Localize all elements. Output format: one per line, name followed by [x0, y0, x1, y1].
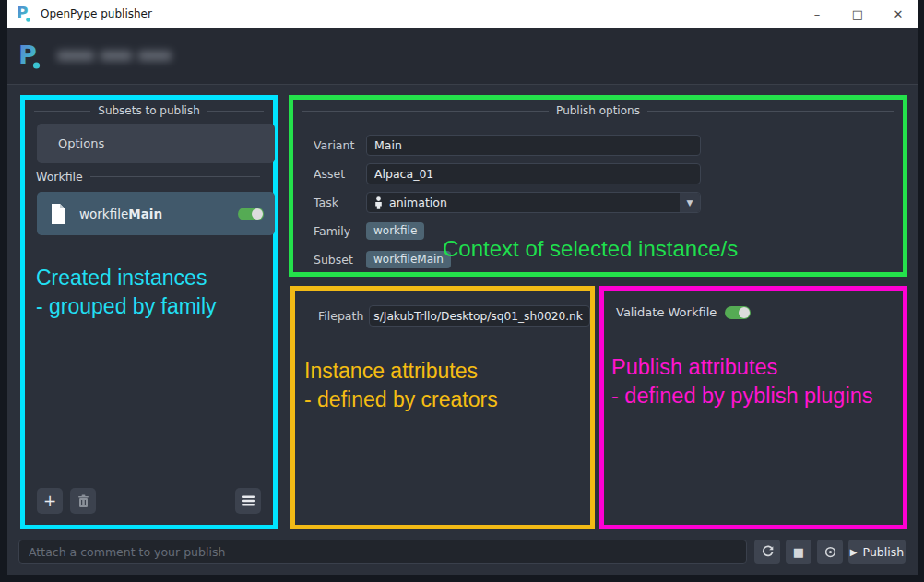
annotation-publish-attributes: Publish attributes - defined by pyblish … — [611, 353, 872, 410]
instance-label: workfileMain — [79, 207, 162, 221]
plus-icon: + — [43, 492, 56, 510]
instance-toggle[interactable] — [238, 208, 264, 220]
publish-button[interactable]: ▶ Publish — [848, 540, 906, 564]
variant-input[interactable] — [366, 135, 701, 156]
family-label: Family — [314, 224, 366, 238]
task-value: animation — [389, 196, 447, 209]
minimize-icon[interactable]: – — [797, 0, 837, 28]
validate-workfile-label: Validate Workfile — [616, 305, 717, 319]
publish-button-label: Publish — [863, 545, 905, 559]
title-bar: P OpenPype publisher – □ ✕ — [7, 0, 918, 28]
asset-row: Asset — [314, 163, 701, 184]
openpype-publisher-window: P OpenPype publisher – □ ✕ P — [0, 0, 924, 582]
variant-row: Variant — [314, 135, 701, 156]
stop-button[interactable]: ■ — [786, 540, 811, 564]
variant-label: Variant — [314, 138, 366, 152]
redacted-context-text — [57, 51, 172, 61]
filepath-input[interactable] — [369, 305, 590, 327]
subset-badge: workfileMain — [366, 251, 451, 268]
close-icon[interactable]: ✕ — [878, 0, 918, 28]
task-row: Task animation ▼ — [314, 192, 701, 213]
subsets-panel-title: Subsets to publish — [34, 104, 264, 117]
window-controls: – □ ✕ — [797, 0, 918, 28]
instance-attributes-panel: Filepath Instance attributes - defined b… — [290, 286, 595, 529]
reset-button[interactable] — [754, 540, 780, 564]
openpype-logo-icon: P — [18, 42, 42, 71]
file-icon — [48, 203, 68, 225]
task-dropdown[interactable]: animation ▼ — [366, 192, 701, 213]
subsets-footer: + — [37, 488, 261, 514]
maximize-icon[interactable]: □ — [837, 0, 878, 28]
asset-label: Asset — [314, 167, 366, 181]
annotation-instance-attributes: Instance attributes - defined by creator… — [304, 357, 498, 414]
publish-options-title: Publish options — [302, 104, 894, 117]
filepath-row: Filepath — [318, 305, 590, 327]
options-button[interactable]: Options — [37, 124, 275, 163]
family-group-label: Workfile — [36, 170, 83, 184]
openpype-logo-icon: P — [17, 5, 32, 23]
subset-label: Subset — [314, 253, 366, 267]
view-mode-button[interactable] — [235, 488, 261, 514]
validate-button[interactable] — [817, 540, 843, 564]
window-content: P Subsets to publish Options Workfile — [7, 28, 918, 575]
family-badge: workfile — [366, 222, 424, 240]
subsets-panel: Subsets to publish Options Workfile work… — [20, 95, 278, 529]
family-group-header: Workfile — [36, 170, 260, 184]
refresh-icon — [761, 545, 775, 559]
validate-workfile-toggle[interactable] — [725, 306, 751, 319]
asset-input[interactable] — [366, 163, 701, 184]
stop-icon: ■ — [793, 545, 804, 559]
play-icon: ▶ — [850, 547, 858, 557]
add-instance-button[interactable]: + — [37, 488, 63, 514]
publish-options-panel: Publish options Variant Asset Task — [289, 95, 907, 277]
task-label: Task — [314, 196, 366, 209]
annotation-context: Context of selected instance/s — [443, 234, 738, 263]
annotation-created-instances: Created instances - grouped by family — [36, 264, 217, 321]
window-title: OpenPype publisher — [41, 7, 152, 20]
person-icon — [373, 196, 384, 209]
publish-attributes-panel: Validate Workfile Publish attributes - d… — [599, 286, 907, 529]
validate-workfile-row: Validate Workfile — [616, 305, 751, 319]
filepath-label: Filepath — [318, 309, 363, 323]
chevron-down-icon: ▼ — [680, 193, 700, 212]
instance-item-workfile-main[interactable]: workfileMain — [37, 192, 275, 235]
target-icon — [823, 545, 837, 559]
trash-icon — [77, 494, 89, 508]
app-header: P — [7, 28, 918, 85]
menu-icon — [242, 495, 255, 506]
comment-input[interactable] — [18, 540, 747, 564]
delete-instance-button[interactable] — [70, 488, 96, 514]
